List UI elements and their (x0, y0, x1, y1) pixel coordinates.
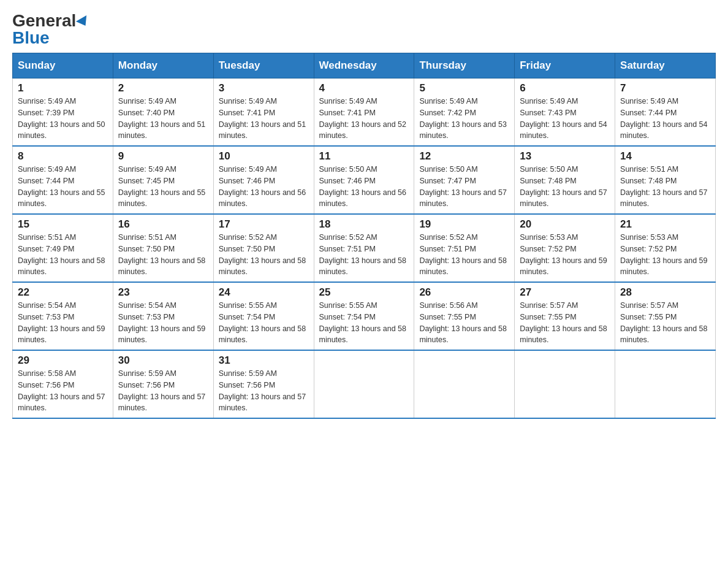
day-number: 8 (18, 150, 108, 163)
calendar-cell: 27 Sunrise: 5:57 AM Sunset: 7:55 PM Dayl… (515, 282, 615, 350)
day-number: 1 (18, 82, 108, 94)
calendar-cell: 7 Sunrise: 5:49 AM Sunset: 7:44 PM Dayli… (615, 79, 716, 147)
calendar-cell: 18 Sunrise: 5:52 AM Sunset: 7:51 PM Dayl… (314, 214, 414, 282)
calendar-cell: 19 Sunrise: 5:52 AM Sunset: 7:51 PM Dayl… (414, 214, 515, 282)
day-number: 24 (219, 286, 309, 299)
day-number: 20 (520, 218, 610, 231)
calendar-cell: 13 Sunrise: 5:50 AM Sunset: 7:48 PM Dayl… (515, 146, 615, 214)
weekday-header-tuesday: Tuesday (213, 53, 314, 79)
calendar-cell (615, 350, 716, 418)
day-number: 21 (620, 218, 710, 231)
calendar-cell: 3 Sunrise: 5:49 AM Sunset: 7:41 PM Dayli… (213, 79, 314, 147)
day-info: Sunrise: 5:55 AM Sunset: 7:54 PM Dayligh… (219, 300, 309, 346)
weekday-header-wednesday: Wednesday (314, 53, 414, 79)
weekday-header-sunday: Sunday (13, 53, 113, 79)
day-info: Sunrise: 5:58 AM Sunset: 7:56 PM Dayligh… (18, 368, 108, 414)
weekday-header-friday: Friday (515, 53, 615, 79)
calendar-week-row: 22 Sunrise: 5:54 AM Sunset: 7:53 PM Dayl… (13, 282, 716, 350)
day-number: 16 (118, 218, 208, 231)
day-info: Sunrise: 5:51 AM Sunset: 7:50 PM Dayligh… (118, 232, 208, 278)
day-number: 6 (520, 82, 610, 94)
page-header: General Blue (12, 12, 716, 47)
calendar-cell: 4 Sunrise: 5:49 AM Sunset: 7:41 PM Dayli… (314, 79, 414, 147)
day-number: 15 (18, 218, 108, 231)
day-number: 10 (219, 150, 309, 163)
calendar-cell: 14 Sunrise: 5:51 AM Sunset: 7:48 PM Dayl… (615, 146, 716, 214)
calendar-cell: 2 Sunrise: 5:49 AM Sunset: 7:40 PM Dayli… (113, 79, 213, 147)
calendar-cell: 11 Sunrise: 5:50 AM Sunset: 7:46 PM Dayl… (314, 146, 414, 214)
calendar-cell: 6 Sunrise: 5:49 AM Sunset: 7:43 PM Dayli… (515, 79, 615, 147)
logo-triangle-icon (76, 15, 91, 29)
day-number: 13 (520, 150, 610, 163)
calendar-week-row: 8 Sunrise: 5:49 AM Sunset: 7:44 PM Dayli… (13, 146, 716, 214)
day-number: 11 (319, 150, 409, 163)
day-number: 25 (319, 286, 409, 299)
calendar-cell: 15 Sunrise: 5:51 AM Sunset: 7:49 PM Dayl… (13, 214, 113, 282)
calendar-cell: 12 Sunrise: 5:50 AM Sunset: 7:47 PM Dayl… (414, 146, 515, 214)
day-number: 7 (620, 82, 710, 94)
calendar-cell: 31 Sunrise: 5:59 AM Sunset: 7:56 PM Dayl… (213, 350, 314, 418)
calendar-cell: 9 Sunrise: 5:49 AM Sunset: 7:45 PM Dayli… (113, 146, 213, 214)
day-number: 3 (219, 82, 309, 94)
logo: General Blue (12, 12, 89, 47)
day-info: Sunrise: 5:49 AM Sunset: 7:44 PM Dayligh… (620, 96, 710, 142)
day-info: Sunrise: 5:57 AM Sunset: 7:55 PM Dayligh… (520, 300, 610, 346)
calendar-week-row: 29 Sunrise: 5:58 AM Sunset: 7:56 PM Dayl… (13, 350, 716, 418)
day-info: Sunrise: 5:52 AM Sunset: 7:51 PM Dayligh… (419, 232, 509, 278)
day-number: 26 (419, 286, 509, 299)
calendar-cell: 30 Sunrise: 5:59 AM Sunset: 7:56 PM Dayl… (113, 350, 213, 418)
day-number: 31 (219, 354, 309, 367)
day-number: 23 (118, 286, 208, 299)
day-info: Sunrise: 5:52 AM Sunset: 7:50 PM Dayligh… (219, 232, 309, 278)
calendar-cell: 17 Sunrise: 5:52 AM Sunset: 7:50 PM Dayl… (213, 214, 314, 282)
day-number: 27 (520, 286, 610, 299)
weekday-header-saturday: Saturday (615, 53, 716, 79)
calendar-header-row: SundayMondayTuesdayWednesdayThursdayFrid… (13, 53, 716, 79)
calendar-cell (414, 350, 515, 418)
calendar-cell: 23 Sunrise: 5:54 AM Sunset: 7:53 PM Dayl… (113, 282, 213, 350)
calendar-cell: 10 Sunrise: 5:49 AM Sunset: 7:46 PM Dayl… (213, 146, 314, 214)
day-info: Sunrise: 5:59 AM Sunset: 7:56 PM Dayligh… (118, 368, 208, 414)
day-info: Sunrise: 5:51 AM Sunset: 7:49 PM Dayligh… (18, 232, 108, 278)
day-info: Sunrise: 5:49 AM Sunset: 7:46 PM Dayligh… (219, 164, 309, 210)
calendar-cell: 5 Sunrise: 5:49 AM Sunset: 7:42 PM Dayli… (414, 79, 515, 147)
day-number: 17 (219, 218, 309, 231)
calendar-cell: 28 Sunrise: 5:57 AM Sunset: 7:55 PM Dayl… (615, 282, 716, 350)
day-info: Sunrise: 5:55 AM Sunset: 7:54 PM Dayligh… (319, 300, 409, 346)
day-info: Sunrise: 5:50 AM Sunset: 7:47 PM Dayligh… (419, 164, 509, 210)
day-info: Sunrise: 5:49 AM Sunset: 7:43 PM Dayligh… (520, 96, 610, 142)
day-info: Sunrise: 5:56 AM Sunset: 7:55 PM Dayligh… (419, 300, 509, 346)
day-info: Sunrise: 5:50 AM Sunset: 7:48 PM Dayligh… (520, 164, 610, 210)
day-info: Sunrise: 5:49 AM Sunset: 7:45 PM Dayligh… (118, 164, 208, 210)
day-info: Sunrise: 5:54 AM Sunset: 7:53 PM Dayligh… (18, 300, 108, 346)
calendar-cell (515, 350, 615, 418)
calendar-cell: 16 Sunrise: 5:51 AM Sunset: 7:50 PM Dayl… (113, 214, 213, 282)
day-number: 18 (319, 218, 409, 231)
calendar-cell: 21 Sunrise: 5:53 AM Sunset: 7:52 PM Dayl… (615, 214, 716, 282)
calendar-cell: 20 Sunrise: 5:53 AM Sunset: 7:52 PM Dayl… (515, 214, 615, 282)
calendar-week-row: 15 Sunrise: 5:51 AM Sunset: 7:49 PM Dayl… (13, 214, 716, 282)
day-number: 14 (620, 150, 710, 163)
day-number: 28 (620, 286, 710, 299)
day-number: 19 (419, 218, 509, 231)
calendar-table: SundayMondayTuesdayWednesdayThursdayFrid… (12, 53, 716, 419)
calendar-cell: 24 Sunrise: 5:55 AM Sunset: 7:54 PM Dayl… (213, 282, 314, 350)
day-number: 12 (419, 150, 509, 163)
day-number: 29 (18, 354, 108, 367)
day-info: Sunrise: 5:51 AM Sunset: 7:48 PM Dayligh… (620, 164, 710, 210)
day-info: Sunrise: 5:52 AM Sunset: 7:51 PM Dayligh… (319, 232, 409, 278)
day-number: 22 (18, 286, 108, 299)
weekday-header-monday: Monday (113, 53, 213, 79)
day-info: Sunrise: 5:49 AM Sunset: 7:41 PM Dayligh… (319, 96, 409, 142)
day-number: 9 (118, 150, 208, 163)
calendar-week-row: 1 Sunrise: 5:49 AM Sunset: 7:39 PM Dayli… (13, 79, 716, 147)
day-info: Sunrise: 5:54 AM Sunset: 7:53 PM Dayligh… (118, 300, 208, 346)
day-info: Sunrise: 5:49 AM Sunset: 7:40 PM Dayligh… (118, 96, 208, 142)
day-number: 2 (118, 82, 208, 94)
day-info: Sunrise: 5:59 AM Sunset: 7:56 PM Dayligh… (219, 368, 309, 414)
calendar-cell: 8 Sunrise: 5:49 AM Sunset: 7:44 PM Dayli… (13, 146, 113, 214)
day-info: Sunrise: 5:49 AM Sunset: 7:41 PM Dayligh… (219, 96, 309, 142)
calendar-cell: 26 Sunrise: 5:56 AM Sunset: 7:55 PM Dayl… (414, 282, 515, 350)
day-info: Sunrise: 5:49 AM Sunset: 7:39 PM Dayligh… (18, 96, 108, 142)
calendar-cell: 1 Sunrise: 5:49 AM Sunset: 7:39 PM Dayli… (13, 79, 113, 147)
